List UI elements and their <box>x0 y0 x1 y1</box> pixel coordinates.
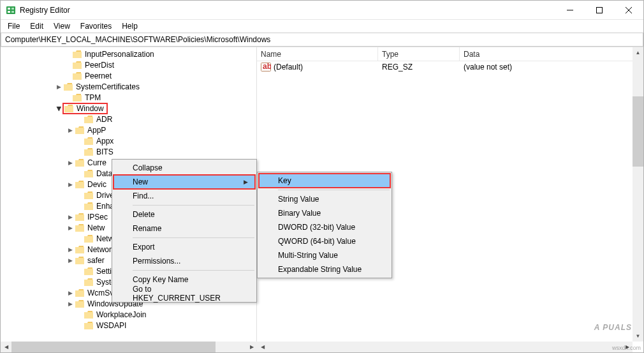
tree-item-selected[interactable]: Window <box>62 103 108 114</box>
scroll-up-icon[interactable]: ▲ <box>633 47 643 58</box>
folder-icon <box>75 299 85 308</box>
tree-item[interactable]: InputPersonalization <box>84 50 156 59</box>
col-header-data[interactable]: Data <box>460 47 643 61</box>
expander-icon[interactable]: ▶ <box>66 289 75 297</box>
cm-rename[interactable]: Rename <box>113 222 255 236</box>
address-path: Computer\HKEY_LOCAL_MACHINE\SOFTWARE\Pol… <box>5 35 270 44</box>
minimize-button[interactable] <box>555 1 585 20</box>
cm-export[interactable]: Export <box>113 240 255 254</box>
folder-icon <box>64 104 74 113</box>
scroll-right-icon[interactable]: ▶ <box>246 342 257 352</box>
svg-rect-31 <box>75 290 84 297</box>
tree-item[interactable]: BITS <box>95 147 115 156</box>
value-type: REG_SZ <box>378 63 460 71</box>
svg-rect-4 <box>11 11 14 13</box>
tree-item[interactable]: safer <box>86 256 106 265</box>
folder-icon <box>75 245 85 254</box>
vertical-scrollbar[interactable]: ▲ ▼ <box>633 47 643 342</box>
svg-rect-19 <box>75 160 84 167</box>
svg-rect-16 <box>75 128 84 134</box>
expander-icon[interactable]: ▶ <box>66 126 75 135</box>
folder-icon <box>84 169 94 178</box>
folder-icon <box>72 93 82 102</box>
folder-icon <box>75 213 85 222</box>
scroll-down-icon[interactable]: ▼ <box>633 331 643 342</box>
cm-new-string[interactable]: String Value <box>259 192 390 206</box>
address-bar[interactable]: Computer\HKEY_LOCAL_MACHINE\SOFTWARE\Pol… <box>1 33 643 47</box>
maximize-button[interactable] <box>585 1 614 20</box>
tree-item[interactable]: SystemCertificates <box>75 82 141 91</box>
expander-icon[interactable]: ▶ <box>66 256 75 265</box>
svg-rect-13 <box>73 95 82 101</box>
cm-find[interactable]: Find... <box>113 189 255 203</box>
svg-text:ab: ab <box>263 63 271 71</box>
folder-icon <box>72 71 82 80</box>
scroll-left-icon[interactable]: ◀ <box>1 342 11 352</box>
folder-icon <box>75 126 85 135</box>
menu-edit[interactable]: Edit <box>26 20 48 32</box>
svg-rect-23 <box>84 204 93 210</box>
cm-new-qword[interactable]: QWORD (64-bit) Value <box>259 234 390 248</box>
menu-file[interactable]: File <box>3 20 24 32</box>
tree-item[interactable]: WSDAPI <box>95 321 128 330</box>
expander-icon[interactable]: ▶ <box>66 223 75 232</box>
tree-item[interactable]: WorkplaceJoin <box>95 310 147 319</box>
tree-item[interactable]: Peernet <box>84 71 113 80</box>
svg-rect-3 <box>11 8 14 10</box>
menu-view[interactable]: View <box>49 20 75 32</box>
col-header-name[interactable]: Name <box>257 47 378 61</box>
tree-item[interactable]: Devic <box>86 180 108 189</box>
corner-url: wsxdn.com <box>612 345 641 351</box>
svg-rect-6 <box>597 7 603 13</box>
scroll-left-icon[interactable]: ◀ <box>257 342 268 352</box>
separator <box>133 205 254 206</box>
folder-icon <box>84 234 94 243</box>
folder-icon <box>84 278 94 287</box>
context-menu: Collapse New▶ Find... Delete Rename Expo… <box>112 159 257 303</box>
tree-item[interactable]: Netw <box>86 223 106 232</box>
tree-item[interactable]: PeerDist <box>84 61 115 70</box>
tree-item[interactable]: TPM <box>84 93 102 102</box>
expander-icon[interactable]: ▶ <box>66 299 75 308</box>
cm-goto-hkcu[interactable]: Go to HKEY_CURRENT_USER <box>113 287 255 301</box>
cm-permissions[interactable]: Permissions... <box>113 254 255 268</box>
cm-new-binary[interactable]: Binary Value <box>259 206 390 220</box>
close-button[interactable] <box>614 1 643 20</box>
folder-icon <box>84 191 94 200</box>
list-row-default[interactable]: ab (Default) REG_SZ (value not set) <box>257 61 643 73</box>
expander-icon[interactable]: ▶ <box>66 213 75 222</box>
cm-new-dword[interactable]: DWORD (32-bit) Value <box>259 220 390 234</box>
value-name: (Default) <box>274 63 303 71</box>
folder-icon <box>75 223 85 232</box>
svg-rect-30 <box>84 280 93 286</box>
list-horizontal-scrollbar[interactable]: ◀ ▶ <box>257 342 633 352</box>
folder-icon <box>84 115 94 124</box>
svg-rect-26 <box>84 236 93 243</box>
cm-new-multistring[interactable]: Multi-String Value <box>259 248 390 262</box>
cm-new-expandstring[interactable]: Expandable String Value <box>259 262 390 276</box>
expander-icon[interactable]: ⯆ <box>54 104 63 113</box>
tree-horizontal-scrollbar[interactable]: ◀ ▶ <box>1 342 257 352</box>
tree-item[interactable]: ADR <box>95 115 113 124</box>
cm-new[interactable]: New▶ <box>113 175 255 189</box>
expander-icon[interactable]: ▶ <box>54 82 63 91</box>
expander-icon[interactable]: ▶ <box>66 158 75 167</box>
svg-rect-22 <box>84 193 93 199</box>
cm-new-key[interactable]: Key <box>259 174 390 188</box>
tree-item[interactable]: Curre <box>86 158 108 167</box>
menubar: File Edit View Favorites Help <box>1 20 643 33</box>
cm-collapse[interactable]: Collapse <box>113 161 255 175</box>
tree-item[interactable]: AppP <box>86 126 107 135</box>
cm-delete[interactable]: Delete <box>113 207 255 222</box>
main-area: InputPersonalization PeerDist Peernet ▶S… <box>1 47 643 352</box>
menu-help[interactable]: Help <box>117 20 142 32</box>
col-header-type[interactable]: Type <box>378 47 460 61</box>
folder-icon <box>63 82 73 91</box>
expander-icon[interactable]: ▶ <box>66 245 75 254</box>
menu-favorites[interactable]: Favorites <box>76 20 116 32</box>
tree-item[interactable]: Appx <box>95 137 115 146</box>
tree-item[interactable]: IPSec <box>86 213 109 222</box>
expander-icon[interactable]: ▶ <box>66 180 75 189</box>
svg-rect-27 <box>75 247 84 253</box>
svg-rect-20 <box>84 171 93 177</box>
